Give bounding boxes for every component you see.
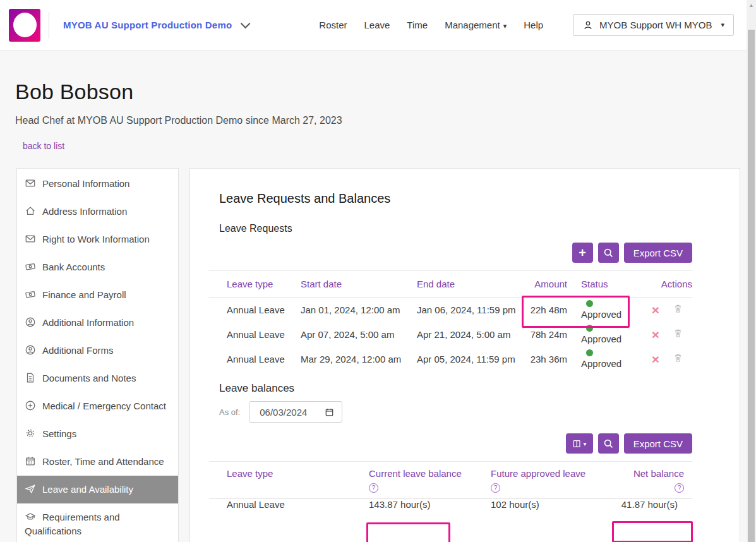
approved-dot-icon bbox=[586, 300, 593, 307]
delete-request-icon[interactable] bbox=[673, 303, 683, 316]
export-csv-button[interactable]: Export CSV bbox=[624, 243, 692, 263]
banknote-icon bbox=[25, 261, 36, 272]
chevron-down-icon bbox=[241, 19, 251, 29]
leave-requests-table: Leave type Start date End date Amount St… bbox=[209, 270, 692, 371]
myob-logo-icon bbox=[9, 9, 40, 42]
page: MYOB AU Support Production Demo Roster L… bbox=[0, 0, 756, 542]
myob-logo-circle bbox=[13, 13, 37, 37]
cancel-request-icon[interactable]: × bbox=[652, 303, 659, 316]
help-icon[interactable]: ? bbox=[369, 483, 378, 493]
status-badge: Approved bbox=[581, 322, 651, 347]
table-row: Annual Leave Apr 07, 2024, 5:00 am Apr 2… bbox=[209, 322, 692, 347]
leave-requests-balances-card: Leave Requests and Balances Leave Reques… bbox=[189, 168, 740, 542]
person-icon bbox=[582, 20, 594, 31]
col-actions: Actions bbox=[651, 279, 692, 289]
title-area: Bob Bobson Head Chef at MYOB AU Support … bbox=[0, 51, 756, 152]
company-dropdown[interactable]: MYOB AU Support Production Demo bbox=[63, 20, 248, 30]
approved-dot-icon bbox=[586, 325, 593, 332]
scrollbar-thumb[interactable] bbox=[748, 30, 755, 542]
col-status: Status bbox=[581, 279, 651, 289]
calendar-icon bbox=[25, 455, 36, 467]
top-nav: Roster Leave Time Management▾ Help MYOB … bbox=[319, 14, 734, 36]
sidebar-item-medical-emergency[interactable]: Medical / Emergency Contact bbox=[17, 392, 178, 420]
employee-sidebar: Personal Information Address Information… bbox=[16, 168, 179, 542]
delete-request-icon[interactable] bbox=[673, 328, 683, 341]
approved-dot-icon bbox=[586, 349, 593, 356]
gear-icon bbox=[25, 428, 36, 439]
row-actions: × bbox=[651, 328, 692, 341]
search-icon bbox=[603, 248, 614, 258]
person-circle-icon bbox=[25, 344, 36, 356]
logo-divider bbox=[49, 12, 49, 39]
page-title: Bob Bobson bbox=[15, 80, 741, 104]
as-of-date-input[interactable]: 06/03/2024 bbox=[249, 401, 342, 423]
table-header-row: Leave type Start date End date Amount St… bbox=[209, 271, 692, 298]
nav-time[interactable]: Time bbox=[407, 20, 428, 30]
nav-help[interactable]: Help bbox=[524, 20, 543, 30]
graduation-cap-icon bbox=[25, 511, 36, 522]
export-csv-button[interactable]: Export CSV bbox=[624, 433, 692, 454]
col-amount: Amount bbox=[527, 279, 581, 289]
user-menu-button[interactable]: MYOB Support WH MYOB ▾ bbox=[573, 14, 734, 36]
sidebar-item-additional-forms[interactable]: Additional Forms bbox=[17, 337, 178, 364]
sidebar-item-settings[interactable]: Settings bbox=[17, 420, 178, 448]
caret-down-icon: ▾ bbox=[584, 440, 587, 447]
sidebar-item-requirements-qualifications[interactable]: Requirements and Qualifications bbox=[17, 503, 178, 542]
home-icon bbox=[25, 205, 36, 217]
col-end-date: End date bbox=[417, 279, 527, 289]
sidebar-item-finance-payroll[interactable]: Finance and Payroll bbox=[17, 281, 178, 309]
sidebar-item-address-information[interactable]: Address Information bbox=[17, 198, 178, 226]
section-heading: Leave Requests and Balances bbox=[219, 191, 692, 206]
col-leave-type: Leave type bbox=[209, 279, 301, 289]
envelope-icon bbox=[25, 233, 36, 244]
nav-roster[interactable]: Roster bbox=[319, 20, 347, 30]
nav-leave[interactable]: Leave bbox=[364, 20, 390, 30]
columns-icon bbox=[572, 439, 582, 449]
as-of-label: As of: bbox=[219, 407, 240, 417]
page-subtitle: Head Chef at MYOB AU Support Production … bbox=[15, 115, 741, 126]
row-actions: × bbox=[651, 303, 692, 316]
cancel-request-icon[interactable]: × bbox=[652, 328, 659, 341]
delete-request-icon[interactable] bbox=[673, 352, 683, 366]
sidebar-item-leave-availability[interactable]: Leave and Availability bbox=[17, 476, 178, 503]
cancel-request-icon[interactable]: × bbox=[652, 352, 659, 366]
as-of-row: As of: 06/03/2024 bbox=[219, 401, 692, 423]
envelope-icon bbox=[25, 178, 36, 189]
add-leave-request-button[interactable]: + bbox=[572, 243, 593, 263]
help-icon[interactable]: ? bbox=[675, 483, 684, 493]
caret-down-icon: ▾ bbox=[721, 21, 724, 29]
sidebar-item-additional-information[interactable]: Additional Information bbox=[17, 309, 178, 337]
airplane-icon bbox=[25, 483, 36, 495]
content: Personal Information Address Information… bbox=[16, 168, 740, 542]
banknote-icon bbox=[25, 289, 36, 300]
caret-down-icon: ▾ bbox=[503, 22, 507, 30]
calendar-icon bbox=[325, 407, 334, 417]
col-leave-type: Leave type bbox=[209, 468, 369, 479]
sidebar-item-personal-information[interactable]: Personal Information bbox=[17, 170, 178, 198]
scroll-up-icon[interactable]: ▲ bbox=[747, 3, 756, 8]
sidebar-item-documents-notes[interactable]: Documents and Notes bbox=[17, 364, 178, 392]
company-name: MYOB AU Support Production Demo bbox=[63, 20, 232, 30]
leave-balances-heading: Leave balances bbox=[219, 382, 692, 395]
user-menu-label: MYOB Support WH MYOB bbox=[599, 20, 712, 30]
nav-management[interactable]: Management▾ bbox=[445, 20, 507, 30]
leave-balances-toolbar: ▾ Export CSV bbox=[209, 433, 692, 454]
col-start-date: Start date bbox=[301, 279, 417, 289]
col-future-approved: Future approved leave? bbox=[491, 468, 614, 493]
back-to-list-link[interactable]: back to list bbox=[23, 141, 64, 151]
table-header-row: Leave type Current leave balance? Future… bbox=[209, 462, 692, 499]
table-row: Annual Leave Mar 29, 2024, 12:00 am Apr … bbox=[209, 347, 692, 371]
row-actions: × bbox=[651, 352, 692, 366]
person-circle-icon bbox=[25, 316, 36, 328]
columns-select-button[interactable]: ▾ bbox=[566, 433, 593, 454]
sidebar-item-roster-time-attendance[interactable]: Roster, Time and Attendance bbox=[17, 448, 178, 476]
col-current-balance: Current leave balance? bbox=[369, 468, 491, 493]
leave-balances-table: Leave type Current leave balance? Future… bbox=[209, 461, 692, 510]
document-icon bbox=[25, 372, 36, 383]
sidebar-item-right-to-work[interactable]: Right to Work Information bbox=[17, 226, 178, 253]
search-button[interactable] bbox=[598, 243, 619, 263]
help-icon[interactable]: ? bbox=[491, 483, 500, 493]
search-button[interactable] bbox=[598, 433, 619, 454]
sidebar-item-bank-accounts[interactable]: Bank Accounts bbox=[17, 253, 178, 281]
vertical-scrollbar[interactable]: ▲ bbox=[747, 0, 756, 542]
